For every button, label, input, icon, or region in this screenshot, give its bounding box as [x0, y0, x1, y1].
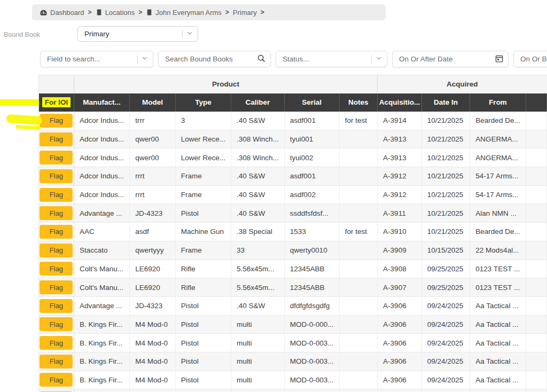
- flag-button[interactable]: Flag: [40, 317, 73, 331]
- cell-manufacturer: B. Kings Fir...: [74, 352, 129, 371]
- divider: [371, 55, 372, 64]
- flag-button[interactable]: Flag: [40, 151, 73, 164]
- dashboard-icon: [40, 9, 48, 17]
- cell-from: ANGERMA...: [470, 148, 526, 167]
- cell-model: JD-4323: [130, 296, 176, 315]
- flag-button[interactable]: Flag: [40, 132, 73, 146]
- breadcrumb: Dashboard > Locations > John Everyman Ar…: [32, 4, 386, 20]
- cell-for-ioi: Flag: [39, 315, 74, 334]
- bound-book-select[interactable]: Primary: [77, 26, 198, 42]
- cell-from: Bearded De...: [470, 112, 526, 130]
- cell-for-ioi: Flag: [39, 185, 74, 204]
- table-row: Flag Staccato qwertyyy Frame 33 qwerty00…: [39, 241, 547, 260]
- chevron-down-icon: [186, 29, 193, 38]
- flag-button[interactable]: Flag: [40, 373, 73, 387]
- column-header-manufacturer[interactable]: Manufact...: [74, 93, 129, 112]
- breadcrumb-label: Locations: [105, 9, 135, 17]
- status-select[interactable]: Status...: [276, 51, 387, 67]
- cell-for-ioi: Flag: [39, 130, 74, 148]
- flag-button[interactable]: Flag: [40, 114, 73, 128]
- flag-button[interactable]: Flag: [40, 336, 73, 350]
- search-input[interactable]: [165, 55, 257, 63]
- cell-acquisition: A-3914: [378, 112, 422, 130]
- cell-model: LE6920: [130, 260, 176, 278]
- cell-from: ANGERMA...: [470, 130, 526, 148]
- column-header-caliber[interactable]: Caliber: [231, 93, 285, 112]
- cell-notes: [339, 204, 377, 223]
- flag-button[interactable]: Flag: [40, 355, 73, 369]
- cell-notes: [339, 241, 377, 260]
- cell-acquisition: A-3906: [378, 296, 422, 315]
- table-row: Flag Advantage ... JD-4323 Pistol .40 S&…: [39, 204, 547, 223]
- breadcrumb-item-primary[interactable]: Primary: [233, 9, 257, 17]
- cell-notes: [339, 371, 377, 389]
- chevron-down-icon: [141, 54, 149, 64]
- flag-button[interactable]: Flag: [40, 169, 73, 183]
- breadcrumb-item-location-name[interactable]: John Everyman Arms: [146, 9, 222, 17]
- cell-acquisition: [378, 389, 422, 392]
- cell-clipped: [526, 315, 546, 334]
- group-header-row: Product Acquired: [39, 75, 547, 93]
- flag-button[interactable]: Flag: [40, 280, 73, 294]
- flag-button[interactable]: Flag: [40, 206, 73, 220]
- cell-notes: [339, 167, 377, 186]
- cell-date-in: 10/21/2025: [421, 223, 470, 241]
- cell-caliber: .308 Winch...: [231, 130, 285, 148]
- divider: [137, 55, 138, 64]
- column-header-acquisition[interactable]: Acquisitio...: [378, 93, 422, 112]
- cell-notes: [339, 148, 377, 167]
- on-or-after-date-field[interactable]: On Or After Date: [392, 51, 509, 67]
- cell-model: rrrt: [130, 185, 176, 204]
- cell-serial: asdf001: [284, 167, 339, 186]
- on-or-before-date-field[interactable]: On Or Be: [513, 51, 547, 67]
- cell-for-ioi: Flag: [39, 167, 74, 186]
- cell-notes: [339, 185, 377, 204]
- cell-for-ioi: Flag: [39, 148, 74, 167]
- column-header-type[interactable]: Type: [175, 93, 231, 112]
- cell-caliber: .38 Special: [231, 223, 285, 241]
- column-header-from[interactable]: From: [470, 93, 526, 112]
- table-row: Flag Adcor Indus... qwer00 Lower Rece...…: [39, 148, 547, 167]
- group-header-empty: [39, 75, 74, 93]
- breadcrumb-item-locations[interactable]: Locations: [96, 9, 135, 17]
- cell-for-ioi: Flag: [39, 296, 74, 315]
- cell-acquisition: A-3906: [378, 334, 422, 352]
- cell-type: Rifle: [175, 278, 231, 297]
- column-header-for-ioi[interactable]: For IOI: [39, 93, 74, 112]
- table-row: Flag B. Kings Fir... M4 Mod-0 Pistol mul…: [39, 334, 547, 352]
- cell-date-in: 10/21/2025: [421, 204, 470, 223]
- flag-button[interactable]: Flag: [40, 225, 73, 239]
- cell-for-ioi: Flag: [39, 112, 74, 130]
- breadcrumb-separator: >: [138, 9, 142, 16]
- cell-clipped: [526, 167, 546, 186]
- flag-button[interactable]: Flag: [40, 188, 73, 202]
- flag-button[interactable]: Flag: [40, 244, 73, 257]
- building-icon: [146, 9, 153, 16]
- calendar-icon[interactable]: [495, 54, 504, 65]
- cell-notes: [339, 315, 377, 334]
- cell-notes: for test: [339, 223, 377, 241]
- cell-acquisition: A-3912: [378, 167, 422, 186]
- column-header-notes[interactable]: Notes: [339, 93, 377, 112]
- cell-date-in: 09/24/2025: [421, 315, 470, 334]
- cell-type: Pistol: [175, 296, 231, 315]
- column-header-serial[interactable]: Serial: [284, 93, 339, 112]
- cell-type: Frame: [175, 185, 231, 204]
- cell-serial: asdf002: [284, 185, 339, 204]
- highlight-annotation-flag-tail: [15, 125, 41, 130]
- field-to-search-select[interactable]: Field to search...: [40, 51, 153, 67]
- breadcrumb-item-dashboard[interactable]: Dashboard: [40, 9, 84, 17]
- cell-serial: MOD-0-003...: [284, 352, 339, 371]
- cell-clipped: [526, 278, 546, 297]
- cell-type: Rifle: [175, 260, 231, 278]
- cell-model: qwer00: [130, 130, 176, 148]
- search-icon[interactable]: [257, 54, 266, 65]
- column-header-model[interactable]: Model: [130, 93, 176, 112]
- cell-from: [470, 389, 526, 392]
- cell-caliber: .40 S&W: [231, 112, 285, 130]
- column-header-date-in[interactable]: Date In: [421, 93, 470, 112]
- cell-caliber: .308 Winch...: [231, 148, 285, 167]
- flag-button[interactable]: Flag: [40, 299, 73, 313]
- table-row: Flag Colt's Manu... LE6920 Rifle 5.56x45…: [39, 260, 547, 278]
- flag-button[interactable]: Flag: [40, 262, 73, 276]
